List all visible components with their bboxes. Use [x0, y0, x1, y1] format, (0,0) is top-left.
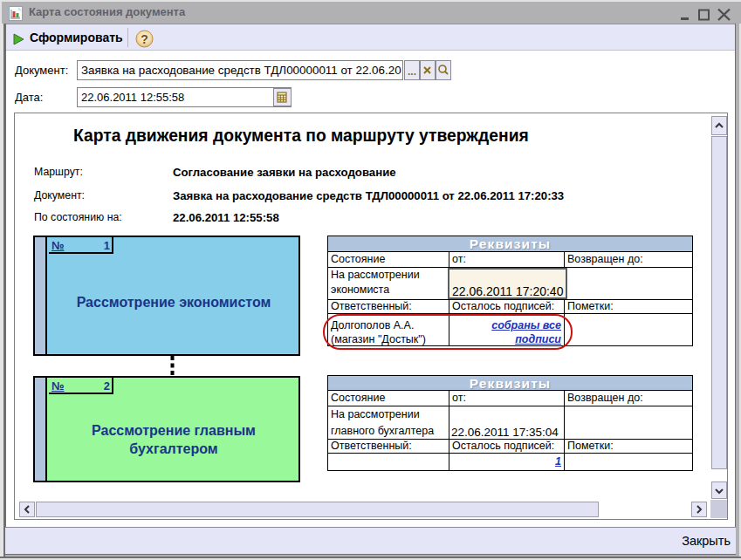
svg-text:...: ...: [408, 65, 416, 78]
svg-text:?: ?: [141, 32, 148, 46]
